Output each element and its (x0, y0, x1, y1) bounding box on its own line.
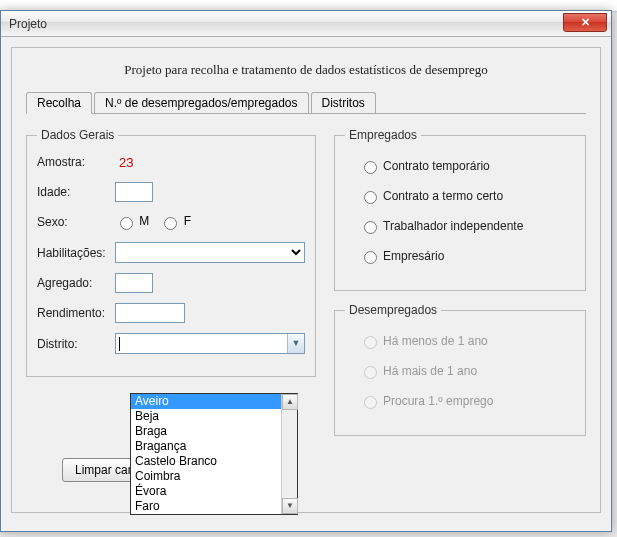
dialog-window: Projeto ✕ Projeto para recolha e tratame… (0, 10, 612, 532)
list-item[interactable]: Faro (131, 499, 297, 514)
row-distrito: Distrito: ▼ (37, 333, 305, 354)
radio-sexo-m-label[interactable]: M (115, 214, 149, 230)
tab-strip: Recolha N.º de desempregados/empregados … (26, 92, 586, 114)
legend-empregados: Empregados (345, 128, 421, 142)
radio-mais-1-ano: Há mais de 1 ano (359, 363, 575, 379)
label-distrito: Distrito: (37, 337, 115, 351)
list-item[interactable]: Beja (131, 409, 297, 424)
select-distrito[interactable]: ▼ (115, 333, 305, 354)
tab-distritos[interactable]: Distritos (311, 92, 376, 113)
client-area: Projeto para recolha e tratamento de dad… (1, 37, 611, 531)
list-item[interactable]: Braga (131, 424, 297, 439)
list-item[interactable]: Bragança (131, 439, 297, 454)
row-agregado: Agregado: (37, 273, 305, 293)
scroll-down-button[interactable]: ▼ (282, 498, 298, 514)
radio-sexo-m[interactable] (120, 217, 133, 230)
row-sexo: Sexo: M F (37, 212, 305, 232)
dropdown-scrollbar[interactable]: ▲ ▼ (281, 394, 297, 514)
list-item[interactable]: Évora (131, 484, 297, 499)
label-rendimento: Rendimento: (37, 306, 115, 320)
row-amostra: Amostra: 23 (37, 152, 305, 172)
input-idade[interactable] (115, 182, 153, 202)
list-item[interactable]: Castelo Branco (131, 454, 297, 469)
radio-sexo-f[interactable] (164, 217, 177, 230)
input-agregado[interactable] (115, 273, 153, 293)
columns: Dados Gerais Amostra: 23 Idade: Sexo: (26, 128, 586, 448)
radio-trabalhador-independente[interactable]: Trabalhador independente (359, 218, 575, 234)
fieldset-dados-gerais: Dados Gerais Amostra: 23 Idade: Sexo: (26, 128, 316, 377)
radio-empresario[interactable]: Empresário (359, 248, 575, 264)
fieldset-desempregados: Desempregados Há menos de 1 ano Há mais … (334, 303, 586, 436)
list-item[interactable]: Aveiro (131, 394, 297, 409)
scroll-up-button[interactable]: ▲ (282, 394, 298, 410)
radio-menos-1-ano: Há menos de 1 ano (359, 333, 575, 349)
tab-recolha[interactable]: Recolha (26, 92, 92, 114)
legend-dados-gerais: Dados Gerais (37, 128, 118, 142)
text-cursor (119, 337, 120, 351)
label-sexo: Sexo: (37, 215, 115, 229)
radio-procura-primeiro-emprego: Procura 1.º emprego (359, 393, 575, 409)
radio-sexo-f-label[interactable]: F (159, 214, 191, 230)
label-idade: Idade: (37, 185, 115, 199)
window-title: Projeto (9, 17, 47, 31)
distrito-dropdown-list[interactable]: Aveiro Beja Braga Bragança Castelo Branc… (130, 393, 298, 515)
close-button[interactable]: ✕ (563, 13, 607, 32)
row-habilitacoes: Habilitações: (37, 242, 305, 263)
label-amostra: Amostra: (37, 155, 115, 169)
radio-contrato-temporario[interactable]: Contrato temporário (359, 158, 575, 174)
tab-desempregados-empregados[interactable]: N.º de desempregados/empregados (94, 92, 309, 113)
page-title: Projeto para recolha e tratamento de dad… (26, 62, 586, 78)
label-agregado: Agregado: (37, 276, 115, 290)
legend-desempregados: Desempregados (345, 303, 441, 317)
input-rendimento[interactable] (115, 303, 185, 323)
titlebar: Projeto ✕ (1, 11, 611, 37)
list-item[interactable]: Coimbra (131, 469, 297, 484)
value-amostra: 23 (119, 155, 133, 170)
row-idade: Idade: (37, 182, 305, 202)
label-habilitacoes: Habilitações: (37, 246, 115, 260)
right-column: Empregados Contrato temporário Contrato … (334, 128, 586, 448)
close-icon: ✕ (581, 16, 590, 28)
row-rendimento: Rendimento: (37, 303, 305, 323)
radio-contrato-termo-certo[interactable]: Contrato a termo certo (359, 188, 575, 204)
chevron-down-icon[interactable]: ▼ (287, 334, 304, 353)
select-habilitacoes[interactable] (115, 242, 305, 263)
fieldset-empregados: Empregados Contrato temporário Contrato … (334, 128, 586, 291)
inner-panel: Projeto para recolha e tratamento de dad… (11, 47, 601, 513)
